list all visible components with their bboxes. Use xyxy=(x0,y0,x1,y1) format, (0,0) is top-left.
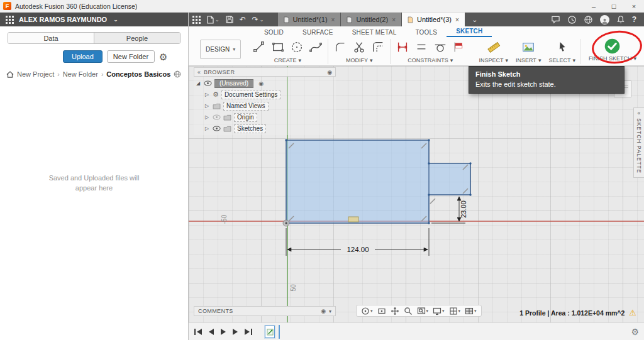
breadcrumb-folder[interactable]: New Folder xyxy=(63,70,98,78)
browser-row-sketches[interactable]: ▷ Sketches xyxy=(195,124,335,133)
sketch-palette-tab[interactable]: « SKETCH PALETTE xyxy=(633,107,644,178)
maximize-button[interactable]: □ xyxy=(604,0,624,13)
breadcrumb-current[interactable]: Conceptos Basicos xyxy=(106,70,170,78)
close-button[interactable]: × xyxy=(624,0,644,13)
notification-bell-icon[interactable] xyxy=(616,15,625,25)
browser-row-document-settings[interactable]: ▷ ⚙ Document Settings xyxy=(195,90,335,99)
visibility-eye-icon[interactable] xyxy=(213,126,221,131)
data-settings-gear-icon[interactable]: ⚙ xyxy=(159,52,167,62)
apps-grid-icon[interactable] xyxy=(6,16,14,24)
display-settings-button[interactable]: ▾ xyxy=(431,307,446,315)
expand-icon[interactable]: ▷ xyxy=(204,92,210,97)
pan-button[interactable] xyxy=(389,307,401,315)
share-globe-icon[interactable] xyxy=(174,70,181,78)
circle-tool-icon[interactable] xyxy=(290,40,304,54)
line-tool-icon[interactable] xyxy=(252,40,266,54)
visibility-eye-off-icon[interactable] xyxy=(213,114,221,120)
workspace-selector[interactable]: DESIGN ▾ xyxy=(200,40,241,59)
online-globe-icon[interactable] xyxy=(584,15,593,25)
tab-close-icon[interactable]: × xyxy=(455,16,459,23)
modify-group-label[interactable]: MODIFY ▾ xyxy=(346,57,373,63)
browser-row-origin[interactable]: ▷ Origin xyxy=(195,112,335,122)
tab-close-icon[interactable]: × xyxy=(392,16,396,23)
root-document-label[interactable]: (Unsaved) xyxy=(214,79,253,88)
data-panel-toggle[interactable] xyxy=(191,16,202,24)
root-expander-icon[interactable]: ◢ xyxy=(195,80,201,86)
expand-icon[interactable]: ▷ xyxy=(204,103,210,109)
step-back-button[interactable] xyxy=(208,327,215,336)
activate-component-icon[interactable]: ◉ xyxy=(258,80,264,87)
parallel-constraint-icon[interactable] xyxy=(414,40,428,54)
visibility-eye-icon[interactable] xyxy=(204,80,212,86)
step-forward-button[interactable] xyxy=(231,327,239,336)
rectangle-tool-icon[interactable] xyxy=(271,40,285,54)
ribbon-tab-tools[interactable]: TOOLS xyxy=(406,29,447,37)
sketch-dimension-icon[interactable] xyxy=(396,40,409,54)
help-icon[interactable]: ? xyxy=(632,15,636,24)
spline-tool-icon[interactable] xyxy=(309,40,323,54)
new-folder-button[interactable]: New Folder xyxy=(107,50,155,63)
offset-tool-icon[interactable] xyxy=(371,40,385,54)
comments-target-icon[interactable]: ◉ xyxy=(321,308,326,314)
midpoint-marker[interactable] xyxy=(348,217,358,222)
undo-button[interactable]: ↶ xyxy=(238,16,247,23)
dim-height-value[interactable]: 23.00 xyxy=(460,200,467,218)
select-group-label[interactable]: SELECT ▾ xyxy=(548,57,575,63)
measure-icon[interactable] xyxy=(486,40,501,54)
tab-people[interactable]: People xyxy=(94,33,180,43)
zoom-window-button[interactable]: ▾ xyxy=(416,307,430,315)
comments-caret-icon[interactable]: ▾ xyxy=(329,309,331,314)
look-at-button[interactable] xyxy=(376,307,387,315)
tangent-constraint-icon[interactable] xyxy=(433,40,447,54)
user-name[interactable]: ALEX RAMOS RAYMUNDO xyxy=(19,16,107,23)
skip-to-start-button[interactable] xyxy=(194,327,203,336)
skip-to-end-button[interactable] xyxy=(243,327,253,336)
browser-root-row[interactable]: ◢ (Unsaved) ◉ xyxy=(195,79,335,88)
tab-list-button[interactable]: ⌄ xyxy=(469,13,481,26)
select-cursor-icon[interactable] xyxy=(556,40,569,54)
viewports-button[interactable]: ▾ xyxy=(464,307,478,315)
play-button[interactable] xyxy=(219,327,227,336)
redo-button[interactable]: ↷ ⌄ xyxy=(251,16,265,23)
user-avatar[interactable] xyxy=(600,15,609,25)
fillet-tool-icon[interactable] xyxy=(333,40,347,54)
doc-tab-1[interactable]: Untitled*(1) × xyxy=(278,13,341,26)
trim-scissors-icon[interactable] xyxy=(352,40,366,54)
comment-icon[interactable] xyxy=(551,15,560,24)
timeline-gear-icon[interactable]: ⚙ xyxy=(631,327,639,337)
ribbon-tab-sketch[interactable]: SKETCH xyxy=(447,28,492,37)
ribbon-tab-sheetmetal[interactable]: SHEET METAL xyxy=(343,29,406,37)
browser-target-icon[interactable]: ◉ xyxy=(327,69,332,75)
job-status-clock-icon[interactable] xyxy=(567,15,577,25)
timeline-playhead[interactable] xyxy=(279,325,280,339)
minimize-button[interactable]: – xyxy=(584,0,604,13)
tab-close-icon[interactable]: × xyxy=(331,16,335,23)
doc-tab-3-active[interactable]: Untitled*(3) × xyxy=(402,13,465,26)
home-icon[interactable] xyxy=(6,71,14,78)
file-menu-button[interactable]: ⌄ xyxy=(206,16,221,24)
expand-icon[interactable]: ▷ xyxy=(204,126,210,131)
browser-row-named-views[interactable]: ▷ Named Views xyxy=(195,101,335,111)
flag-icon[interactable] xyxy=(452,41,465,53)
finish-sketch-button[interactable]: FINISH SKETCH ▾ xyxy=(584,38,641,62)
sketch-canvas[interactable]: 124.00 23.00 -50 50 « BROWSER ◉ xyxy=(189,66,644,322)
inspect-group-label[interactable]: INSPECT ▾ xyxy=(479,57,508,63)
orbit-button[interactable]: ▾ xyxy=(360,307,374,315)
upload-button[interactable]: Upload xyxy=(63,50,103,63)
constraints-group-label[interactable]: CONSTRAINTS ▾ xyxy=(408,57,453,63)
grid-snap-button[interactable]: ▾ xyxy=(448,307,462,315)
insert-group-label[interactable]: INSERT ▾ xyxy=(516,57,541,63)
finish-sketch-check-icon[interactable] xyxy=(604,38,621,55)
ribbon-tab-solid[interactable]: SOLID xyxy=(255,29,293,37)
user-menu-caret-icon[interactable]: ⌄ xyxy=(113,16,118,23)
create-group-label[interactable]: CREATE ▾ xyxy=(274,57,301,63)
sketch-profile-main[interactable] xyxy=(286,140,429,223)
comments-bar[interactable]: COMMENTS ◉ ▾ xyxy=(194,306,336,316)
ribbon-tab-surface[interactable]: SURFACE xyxy=(293,29,343,37)
timeline-sketch-feature[interactable] xyxy=(265,326,275,338)
palette-expand-icon[interactable]: « xyxy=(637,110,640,116)
dim-width-value[interactable]: 124.00 xyxy=(347,246,369,253)
insert-image-icon[interactable] xyxy=(521,40,535,54)
tab-data[interactable]: Data xyxy=(8,33,94,43)
zoom-button[interactable] xyxy=(402,307,414,315)
